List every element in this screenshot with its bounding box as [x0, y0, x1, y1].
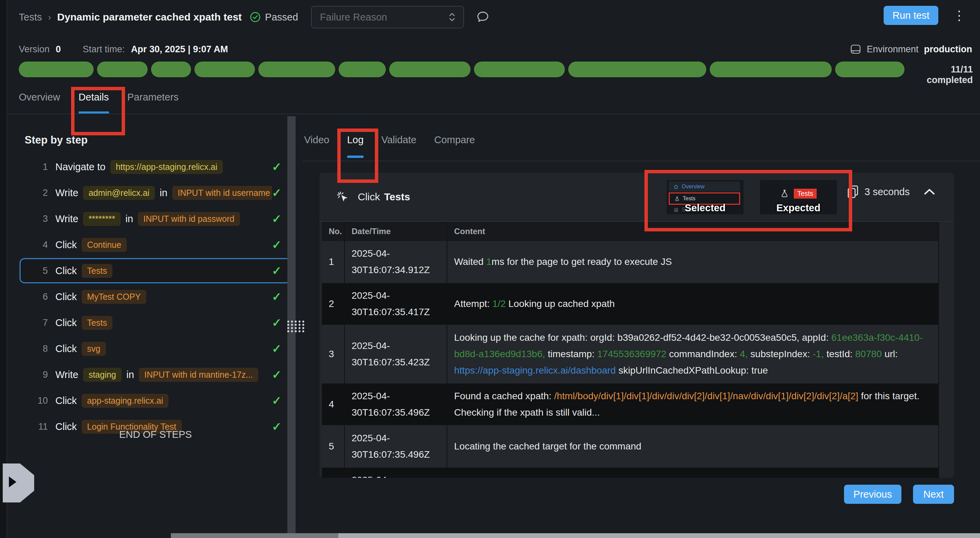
- previous-button[interactable]: Previous: [844, 485, 901, 504]
- log-row: 22025-04-30T16:07:35.417ZAttempt: 1/2 Lo…: [322, 283, 939, 325]
- steps-panel-title: Step by step: [25, 134, 88, 146]
- step-row[interactable]: 4ClickContinue✓: [20, 232, 291, 257]
- click-cursor-icon: [336, 190, 349, 204]
- sidebar-expander-tab[interactable]: [3, 463, 34, 503]
- tab-details[interactable]: Details: [79, 92, 109, 115]
- step-success-check-icon: ✓: [272, 212, 282, 226]
- step-number: 1: [33, 162, 48, 172]
- step-target-badge: INPUT with id mantine-17z...: [139, 368, 258, 382]
- flask-icon: [675, 196, 679, 201]
- step-action-text: Click: [56, 317, 77, 328]
- detail-tab-validate[interactable]: Validate: [381, 134, 417, 159]
- duration-label: 3 seconds: [864, 186, 910, 197]
- log-column-header-content: Content: [447, 222, 939, 241]
- log-text: ms for the page to get ready to execute …: [492, 256, 672, 267]
- copy-icon[interactable]: [847, 185, 859, 199]
- log-text: testId:: [824, 349, 855, 359]
- step-action-text: in: [126, 369, 134, 380]
- environment-icon: [850, 44, 861, 54]
- step-row[interactable]: 10Clickapp-staging.relicx.ai✓: [20, 388, 291, 413]
- step-action-text: Click: [56, 239, 77, 250]
- steps-list: 1Navigate tohttps://app-staging.relicx.a…: [20, 154, 291, 440]
- collapsed-sidebar-rail: [0, 0, 7, 538]
- log-cell-no: 2: [322, 283, 344, 325]
- run-test-button[interactable]: Run test: [884, 6, 938, 25]
- detail-tab-validate-label: Validate: [381, 134, 417, 145]
- collapse-chevron-up-icon[interactable]: [923, 188, 935, 196]
- selected-thumbnail-label: Selected: [667, 202, 743, 213]
- log-cell-datetime: 2025-04-30T16:07:34.912Z: [344, 241, 447, 283]
- progress-segment: [474, 62, 565, 77]
- page-title: Dynamic parameter cached xpath test: [57, 11, 242, 23]
- step-row[interactable]: 2Writeadmin@relicx.aiinINPUT with id use…: [20, 180, 291, 205]
- comment-icon[interactable]: [476, 10, 490, 24]
- progress-segment: [710, 62, 832, 77]
- selected-screenshot-thumbnail[interactable]: OverviewTestsSuites Selected: [667, 180, 743, 214]
- log-xpath-text: /html/body/div[1]/div[1]/div/div/div[2]/…: [554, 391, 858, 401]
- horizontal-scrollbar-thumb[interactable]: [171, 533, 338, 538]
- log-cell-no: 4: [322, 384, 344, 425]
- log-cell-content: Locating the cached target for the comma…: [447, 425, 939, 468]
- detail-tab-compare-label: Compare: [434, 134, 475, 145]
- step-action-text: Write: [56, 213, 78, 224]
- breadcrumb-separator: ›: [48, 12, 51, 22]
- log-text: Waited: [454, 256, 486, 267]
- step-action-text: Navigate to: [56, 161, 106, 173]
- step-number: 6: [33, 291, 48, 302]
- meta-row: Version 0 Start time: Apr 30, 2025 | 9:0…: [19, 40, 972, 58]
- overflow-menu-icon[interactable]: ⋮: [953, 8, 966, 23]
- step-description: Navigate tohttps://app-staging.relicx.ai: [56, 160, 223, 174]
- progress-segment: [151, 62, 191, 77]
- detail-tab-compare[interactable]: Compare: [434, 134, 475, 159]
- step-row[interactable]: 9WritestaginginINPUT with id mantine-17z…: [20, 362, 291, 387]
- detail-view-tabs: VideoLogValidateCompare: [304, 134, 475, 159]
- duration-group: 3 seconds: [847, 185, 935, 199]
- step-row[interactable]: 7ClickTests✓: [20, 310, 291, 335]
- log-url-link[interactable]: https://app-staging.relicx.ai/dashboard: [454, 365, 616, 376]
- progress-segment: [258, 62, 335, 77]
- log-row: 62025-04-30T16:07:35.496ZExecuting: Loca…: [322, 468, 939, 478]
- failure-reason-placeholder: Failure Reason: [320, 12, 387, 23]
- progress-segment: [19, 62, 94, 77]
- step-row[interactable]: 1Navigate tohttps://app-staging.relicx.a…: [20, 154, 291, 179]
- tab-parameters[interactable]: Parameters: [127, 92, 179, 115]
- step-action-text: Write: [56, 187, 78, 199]
- step-row[interactable]: 6ClickMyTest COPY✓: [20, 284, 291, 309]
- step-action-text: in: [126, 213, 133, 224]
- step-target-badge: Tests: [82, 264, 113, 278]
- step-row[interactable]: 3Write********inINPUT with id password✓: [20, 207, 291, 231]
- command-action: Click: [358, 191, 380, 203]
- step-success-check-icon: ✓: [272, 394, 282, 407]
- log-cell-content: Looking up the cache for xpath: orgId: b…: [447, 325, 939, 384]
- expected-screenshot-thumbnail[interactable]: Tests Expected: [760, 180, 837, 214]
- end-of-steps-label: END OF STEPS: [20, 429, 291, 440]
- step-row[interactable]: 5ClickTests✓: [20, 258, 291, 283]
- flask-icon: [780, 189, 789, 198]
- home-icon: [673, 184, 679, 189]
- log-text: Attempt:: [454, 298, 492, 309]
- step-number: 3: [33, 213, 48, 224]
- step-success-check-icon: ✓: [272, 368, 282, 382]
- step-success-check-icon: ✓: [272, 290, 282, 304]
- breadcrumb-tests-link[interactable]: Tests: [19, 12, 42, 23]
- mini-nav-item-overview: Overview: [669, 181, 740, 192]
- progress-segment: [389, 62, 471, 77]
- failure-reason-select[interactable]: Failure Reason: [311, 6, 464, 29]
- step-target-badge: MyTest COPY: [82, 290, 146, 304]
- next-button[interactable]: Next: [913, 485, 954, 504]
- detail-tab-log[interactable]: Log: [347, 134, 364, 159]
- step-description: ClickTests: [56, 316, 113, 330]
- tab-parameters-label: Parameters: [127, 92, 179, 103]
- main-tabs: OverviewDetailsParameters: [19, 92, 178, 115]
- step-description: ClickContinue: [56, 238, 127, 252]
- tab-overview[interactable]: Overview: [19, 92, 60, 115]
- log-text: 1/2: [492, 298, 506, 309]
- step-target-badge: Continue: [82, 238, 127, 252]
- detail-tab-video[interactable]: Video: [304, 134, 329, 159]
- step-target-badge: INPUT with id password: [138, 212, 240, 226]
- log-text: Found a cached xpath:: [454, 391, 554, 401]
- log-text: 1: [486, 256, 492, 267]
- progress-segment: [568, 62, 706, 77]
- panel-resizer-handle-icon[interactable]: [286, 320, 305, 333]
- step-row[interactable]: 8Clicksvg✓: [20, 336, 291, 361]
